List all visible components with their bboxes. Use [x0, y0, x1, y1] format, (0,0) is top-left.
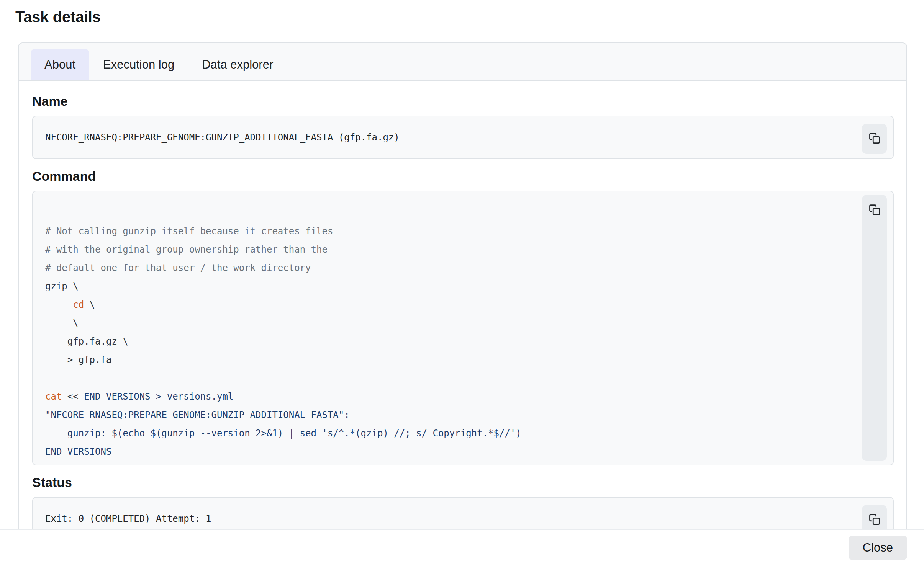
code-line: -cd \: [45, 296, 836, 314]
task-details-modal: Task details AboutExecution logData expl…: [0, 0, 924, 565]
code-line: # default one for that user / the work d…: [45, 259, 836, 277]
task-details-card: AboutExecution logData explorer Name NFC…: [18, 42, 907, 529]
command-section: Command # Not calling gunzip itself beca…: [32, 169, 894, 465]
copy-status-button[interactable]: [862, 505, 887, 529]
code-line: \: [45, 314, 836, 332]
copy-icon: [869, 514, 880, 526]
status-heading: Status: [32, 475, 894, 489]
name-section: Name NFCORE_RNASEQ:PREPARE_GENOME:GUNZIP…: [32, 94, 894, 159]
code-line: [45, 204, 836, 222]
code-line: # with the original group ownership rath…: [45, 240, 836, 259]
code-line: END_VERSIONS: [45, 443, 836, 461]
code-line: cat <<-END_VERSIONS > versions.yml: [45, 387, 836, 406]
modal-footer: Close: [0, 529, 924, 565]
code-line: gunzip: $(echo $(gunzip --version 2>&1) …: [45, 424, 836, 443]
copy-icon: [869, 132, 880, 145]
tab-execution-log[interactable]: Execution log: [89, 49, 188, 80]
code-line: "NFCORE_RNASEQ:PREPARE_GENOME:GUNZIP_ADD…: [45, 406, 836, 424]
modal-header: Task details: [0, 0, 924, 34]
task-status-value: Exit: 0 (COMPLETED) Attempt: 1: [45, 509, 836, 528]
name-heading: Name: [32, 94, 894, 108]
status-section: Status Exit: 0 (COMPLETED) Attempt: 1: [32, 475, 894, 529]
page-title: Task details: [15, 8, 100, 26]
task-name-value: NFCORE_RNASEQ:PREPARE_GENOME:GUNZIP_ADDI…: [45, 128, 836, 147]
status-value-box: Exit: 0 (COMPLETED) Attempt: 1: [32, 497, 894, 529]
tab-bar: AboutExecution logData explorer: [19, 43, 906, 81]
command-heading: Command: [32, 169, 894, 183]
card-body: Name NFCORE_RNASEQ:PREPARE_GENOME:GUNZIP…: [19, 81, 906, 529]
code-line: # Not calling gunzip itself because it c…: [45, 222, 836, 240]
code-line: gzip \: [45, 277, 836, 296]
close-button[interactable]: Close: [849, 536, 907, 560]
copy-name-button[interactable]: [862, 124, 887, 154]
code-line: [45, 369, 836, 387]
command-code: # Not calling gunzip itself because it c…: [45, 204, 836, 461]
code-line: gfp.fa.gz \: [45, 332, 836, 351]
copy-icon: [869, 204, 880, 217]
tab-data-explorer[interactable]: Data explorer: [188, 49, 287, 80]
tab-about[interactable]: About: [31, 49, 89, 80]
name-value-box: NFCORE_RNASEQ:PREPARE_GENOME:GUNZIP_ADDI…: [32, 116, 894, 159]
code-line: > gfp.fa: [45, 351, 836, 369]
copy-command-button[interactable]: [862, 195, 887, 461]
modal-body: AboutExecution logData explorer Name NFC…: [0, 34, 924, 529]
command-code-box: # Not calling gunzip itself because it c…: [32, 191, 894, 465]
